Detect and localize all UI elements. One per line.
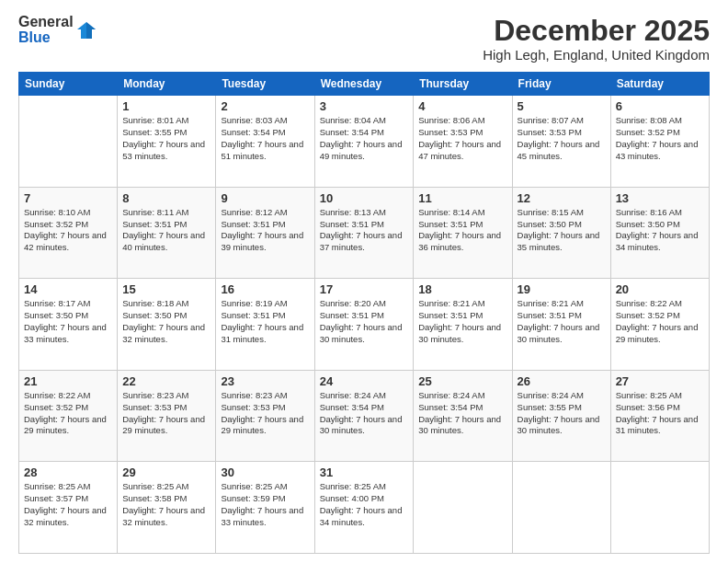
calendar-cell: 15Sunrise: 8:18 AMSunset: 3:50 PMDayligh…: [118, 279, 216, 371]
cell-info: Sunrise: 8:11 AMSunset: 3:51 PMDaylight:…: [122, 207, 205, 252]
day-number: 10: [320, 191, 409, 205]
logo-general: General: [18, 15, 74, 30]
header-friday: Friday: [512, 73, 610, 96]
day-number: 6: [616, 99, 704, 113]
svg-marker-1: [86, 22, 96, 39]
cell-info: Sunrise: 8:22 AMSunset: 3:52 PMDaylight:…: [616, 298, 699, 343]
day-number: 22: [122, 374, 210, 388]
calendar-week-1: 1Sunrise: 8:01 AMSunset: 3:55 PMDaylight…: [19, 96, 710, 188]
cell-info: Sunrise: 8:21 AMSunset: 3:51 PMDaylight:…: [418, 298, 501, 343]
day-number: 25: [418, 374, 506, 388]
cell-info: Sunrise: 8:15 AMSunset: 3:50 PMDaylight:…: [518, 207, 600, 252]
header: General Blue December 2025 High Legh, En…: [18, 15, 710, 63]
calendar-cell: 19Sunrise: 8:21 AMSunset: 3:51 PMDayligh…: [512, 279, 610, 371]
cell-info: Sunrise: 8:25 AMSunset: 4:00 PMDaylight:…: [320, 481, 403, 526]
day-number: 15: [122, 282, 210, 296]
cell-info: Sunrise: 8:18 AMSunset: 3:50 PMDaylight:…: [122, 298, 205, 343]
calendar-cell: [512, 462, 610, 554]
day-number: 12: [518, 191, 606, 205]
calendar-cell: 28Sunrise: 8:25 AMSunset: 3:57 PMDayligh…: [19, 462, 118, 554]
calendar-cell: 13Sunrise: 8:16 AMSunset: 3:50 PMDayligh…: [610, 187, 709, 279]
calendar-cell: 29Sunrise: 8:25 AMSunset: 3:58 PMDayligh…: [118, 462, 216, 554]
logo-blue: Blue: [18, 30, 74, 46]
cell-info: Sunrise: 8:07 AMSunset: 3:53 PMDaylight:…: [518, 115, 600, 160]
calendar-cell: 5Sunrise: 8:07 AMSunset: 3:53 PMDaylight…: [512, 96, 610, 188]
cell-info: Sunrise: 8:25 AMSunset: 3:56 PMDaylight:…: [616, 390, 699, 435]
calendar-cell: 25Sunrise: 8:24 AMSunset: 3:54 PMDayligh…: [414, 370, 512, 462]
calendar-cell: 10Sunrise: 8:13 AMSunset: 3:51 PMDayligh…: [314, 187, 414, 279]
calendar-cell: [610, 462, 709, 554]
calendar-cell: 14Sunrise: 8:17 AMSunset: 3:50 PMDayligh…: [19, 279, 118, 371]
day-number: 20: [616, 282, 704, 296]
cell-info: Sunrise: 8:25 AMSunset: 3:59 PMDaylight:…: [221, 481, 303, 526]
day-number: 14: [24, 282, 112, 296]
day-number: 2: [221, 99, 309, 113]
day-number: 7: [24, 191, 112, 205]
calendar-week-3: 14Sunrise: 8:17 AMSunset: 3:50 PMDayligh…: [19, 279, 710, 371]
calendar-cell: [19, 96, 118, 188]
header-saturday: Saturday: [610, 73, 709, 96]
day-number: 5: [518, 99, 606, 113]
calendar-cell: 4Sunrise: 8:06 AMSunset: 3:53 PMDaylight…: [414, 96, 512, 188]
calendar-week-2: 7Sunrise: 8:10 AMSunset: 3:52 PMDaylight…: [19, 187, 710, 279]
calendar-cell: 3Sunrise: 8:04 AMSunset: 3:54 PMDaylight…: [314, 96, 414, 188]
calendar-cell: 6Sunrise: 8:08 AMSunset: 3:52 PMDaylight…: [610, 96, 709, 188]
calendar-cell: 17Sunrise: 8:20 AMSunset: 3:51 PMDayligh…: [314, 279, 414, 371]
cell-info: Sunrise: 8:24 AMSunset: 3:55 PMDaylight:…: [518, 390, 600, 435]
cell-info: Sunrise: 8:19 AMSunset: 3:51 PMDaylight:…: [221, 298, 303, 343]
calendar-cell: 23Sunrise: 8:23 AMSunset: 3:53 PMDayligh…: [216, 370, 314, 462]
day-number: 29: [122, 465, 210, 479]
day-number: 9: [221, 191, 309, 205]
day-number: 21: [24, 374, 112, 388]
calendar-cell: 24Sunrise: 8:24 AMSunset: 3:54 PMDayligh…: [314, 370, 414, 462]
calendar-cell: 11Sunrise: 8:14 AMSunset: 3:51 PMDayligh…: [414, 187, 512, 279]
calendar-cell: 1Sunrise: 8:01 AMSunset: 3:55 PMDaylight…: [118, 96, 216, 188]
calendar-cell: 30Sunrise: 8:25 AMSunset: 3:59 PMDayligh…: [216, 462, 314, 554]
calendar-cell: 31Sunrise: 8:25 AMSunset: 4:00 PMDayligh…: [314, 462, 414, 554]
calendar-cell: [414, 462, 512, 554]
day-number: 13: [616, 191, 704, 205]
day-number: 30: [221, 465, 309, 479]
location: High Legh, England, United Kingdom: [483, 47, 710, 63]
cell-info: Sunrise: 8:24 AMSunset: 3:54 PMDaylight:…: [418, 390, 501, 435]
day-number: 17: [320, 282, 409, 296]
day-number: 31: [320, 465, 409, 479]
cell-info: Sunrise: 8:10 AMSunset: 3:52 PMDaylight:…: [24, 207, 107, 252]
header-tuesday: Tuesday: [216, 73, 314, 96]
cell-info: Sunrise: 8:06 AMSunset: 3:53 PMDaylight:…: [418, 115, 501, 160]
calendar-cell: 16Sunrise: 8:19 AMSunset: 3:51 PMDayligh…: [216, 279, 314, 371]
cell-info: Sunrise: 8:23 AMSunset: 3:53 PMDaylight:…: [221, 390, 303, 435]
cell-info: Sunrise: 8:24 AMSunset: 3:54 PMDaylight:…: [320, 390, 403, 435]
cell-info: Sunrise: 8:21 AMSunset: 3:51 PMDaylight:…: [518, 298, 600, 343]
day-number: 16: [221, 282, 309, 296]
calendar-cell: 26Sunrise: 8:24 AMSunset: 3:55 PMDayligh…: [512, 370, 610, 462]
calendar-week-4: 21Sunrise: 8:22 AMSunset: 3:52 PMDayligh…: [19, 370, 710, 462]
calendar-cell: 2Sunrise: 8:03 AMSunset: 3:54 PMDaylight…: [216, 96, 314, 188]
calendar-cell: 7Sunrise: 8:10 AMSunset: 3:52 PMDaylight…: [19, 187, 118, 279]
day-number: 26: [518, 374, 606, 388]
cell-info: Sunrise: 8:03 AMSunset: 3:54 PMDaylight:…: [221, 115, 303, 160]
calendar-header-row: Sunday Monday Tuesday Wednesday Thursday…: [19, 73, 710, 96]
cell-info: Sunrise: 8:16 AMSunset: 3:50 PMDaylight:…: [616, 207, 699, 252]
header-wednesday: Wednesday: [314, 73, 414, 96]
cell-info: Sunrise: 8:25 AMSunset: 3:58 PMDaylight:…: [122, 481, 205, 526]
day-number: 28: [24, 465, 112, 479]
calendar-cell: 22Sunrise: 8:23 AMSunset: 3:53 PMDayligh…: [118, 370, 216, 462]
day-number: 18: [418, 282, 506, 296]
header-thursday: Thursday: [414, 73, 512, 96]
calendar-cell: 8Sunrise: 8:11 AMSunset: 3:51 PMDaylight…: [118, 187, 216, 279]
month-title: December 2025: [483, 15, 710, 47]
day-number: 1: [122, 99, 210, 113]
day-number: 19: [518, 282, 606, 296]
day-number: 23: [221, 374, 309, 388]
day-number: 11: [418, 191, 506, 205]
cell-info: Sunrise: 8:04 AMSunset: 3:54 PMDaylight:…: [320, 115, 403, 160]
calendar-cell: 20Sunrise: 8:22 AMSunset: 3:52 PMDayligh…: [610, 279, 709, 371]
header-sunday: Sunday: [19, 73, 118, 96]
calendar-cell: 18Sunrise: 8:21 AMSunset: 3:51 PMDayligh…: [414, 279, 512, 371]
page: General Blue December 2025 High Legh, En…: [0, 0, 728, 563]
cell-info: Sunrise: 8:23 AMSunset: 3:53 PMDaylight:…: [122, 390, 205, 435]
calendar-cell: 12Sunrise: 8:15 AMSunset: 3:50 PMDayligh…: [512, 187, 610, 279]
cell-info: Sunrise: 8:13 AMSunset: 3:51 PMDaylight:…: [320, 207, 403, 252]
day-number: 4: [418, 99, 506, 113]
